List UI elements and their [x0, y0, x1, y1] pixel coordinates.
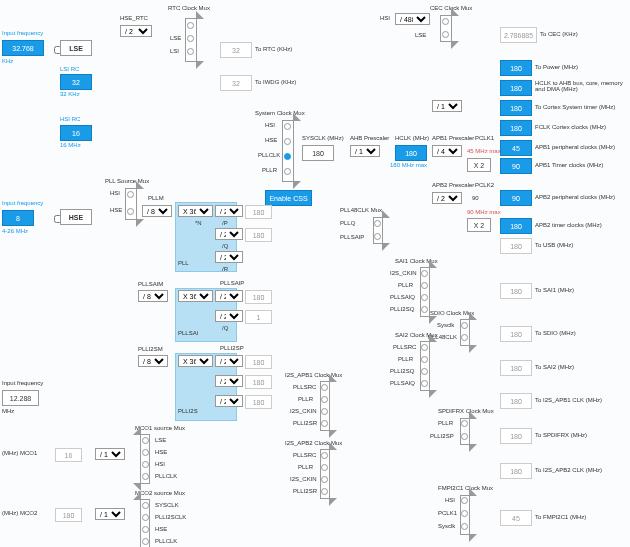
i2sapb2-d3[interactable]	[321, 488, 328, 495]
mco2-o1: PLLI2SCLK	[155, 514, 186, 520]
out-usb-lbl: To USB (MHz)	[535, 242, 573, 248]
spdif-d1[interactable]	[461, 433, 468, 440]
cec-out: 2.786885	[500, 27, 537, 43]
sysclk-hsi-dot[interactable]	[284, 123, 291, 130]
spdif-d0[interactable]	[461, 420, 468, 427]
out-fclk: 180	[500, 120, 532, 136]
sai2-o2: PLLI2SQ	[390, 368, 414, 374]
pll-src-hsi-dot[interactable]	[127, 191, 134, 198]
sdio-d0[interactable]	[461, 322, 468, 329]
sai2-d0[interactable]	[421, 344, 428, 351]
plli2s-n[interactable]: X 360	[178, 355, 213, 367]
rtc-lse: LSE	[170, 35, 181, 41]
sai1-d1[interactable]	[421, 282, 428, 289]
lse-freq-input[interactable]: 32.768	[2, 40, 44, 56]
mco1-div[interactable]: / 1	[95, 448, 125, 460]
i2sapb1-d3[interactable]	[321, 420, 328, 427]
mco2-div[interactable]: / 1	[95, 508, 125, 520]
fmpi2c1-d1[interactable]	[461, 510, 468, 517]
out-sdio: 180	[500, 326, 532, 342]
mco2-d3[interactable]	[142, 538, 149, 545]
hclk-value[interactable]: 180	[395, 145, 427, 161]
pll-src-hsi: HSI	[110, 190, 120, 196]
i2sapb2-o0: PLLSRC	[293, 452, 316, 458]
sai2-d2[interactable]	[421, 368, 428, 375]
apb1-lbl: APB1 Prescaler	[432, 135, 474, 141]
i2sapb2-d2[interactable]	[321, 476, 328, 483]
i2sapb2-o1: PLLR	[298, 464, 313, 470]
i2sapb2-d0[interactable]	[321, 452, 328, 459]
pll-p-sel[interactable]: / 2	[215, 205, 243, 217]
pllm-sel[interactable]: / 8	[142, 205, 172, 217]
sai1-d0[interactable]	[421, 270, 428, 277]
fmpi2c1-o1: PCLK1	[438, 510, 457, 516]
enable-css-btn[interactable]: Enable CSS	[265, 190, 312, 206]
sai2-d1[interactable]	[421, 356, 428, 363]
pll48-pllq-dot[interactable]	[374, 220, 381, 227]
plli2sm-sel[interactable]: / 8	[138, 355, 168, 367]
plli2s-p-sel[interactable]: / 2	[215, 355, 243, 367]
i2sapb1-d2[interactable]	[321, 408, 328, 415]
i2sapb1-d1[interactable]	[321, 396, 328, 403]
rtc-lse-dot[interactable]	[187, 35, 194, 42]
pll-p-out: 180	[245, 205, 272, 219]
mco2-o0: SYSCLK	[155, 502, 179, 508]
pll48-pllsaip-dot[interactable]	[374, 233, 381, 240]
plli2s-r-sel[interactable]: / 2	[215, 395, 243, 407]
mco1-d1[interactable]	[142, 449, 149, 456]
apb1-div[interactable]: / 4	[432, 145, 462, 157]
cec-div[interactable]: / 488	[395, 13, 430, 25]
cec-lbl: To CEC (KHz)	[540, 31, 578, 37]
mco2-d0[interactable]	[142, 502, 149, 509]
out-ahb-lbl: HCLK to AHB bus, core, memory and DMA (M…	[535, 80, 630, 92]
sysclk-hse-dot[interactable]	[284, 138, 291, 145]
out-sai1: 180	[500, 283, 532, 299]
sai1-d3[interactable]	[421, 306, 428, 313]
rtc-div-sel[interactable]: / 2	[120, 25, 152, 37]
plli2s-p-out: 180	[245, 355, 272, 369]
pll-lbl: PLL	[178, 260, 189, 266]
pllsai-q-sel[interactable]: / 2	[215, 310, 243, 322]
i2sapb2-d1[interactable]	[321, 464, 328, 471]
mco1-d2[interactable]	[142, 461, 149, 468]
plli2s-lbl: PLLI2S	[178, 408, 198, 414]
rtc-hse-dot[interactable]	[187, 22, 194, 29]
input-freq3-unit: MHz	[2, 408, 14, 414]
plli2s-q-out: 180	[245, 375, 272, 389]
out-apb1t-lbl: APB1 Timer clocks (MHz)	[535, 162, 603, 168]
sai1-o0: I2S_CKIN	[390, 270, 417, 276]
i2sapb1-d0[interactable]	[321, 384, 328, 391]
rtc-lsi-dot[interactable]	[187, 48, 194, 55]
mco1-d0[interactable]	[142, 437, 149, 444]
spdif-title: SPDIFRX Clock Mux	[438, 408, 494, 414]
mco2-d1[interactable]	[142, 514, 149, 521]
pllsai-p-sel[interactable]: / 2	[215, 290, 243, 302]
pll-q-sel[interactable]: / 2	[215, 228, 243, 240]
mco2-d2[interactable]	[142, 526, 149, 533]
sysclk-pllclk-dot[interactable]	[284, 153, 291, 160]
hse-freq-input[interactable]: 8	[2, 210, 34, 226]
rtc-out: 32	[220, 42, 252, 58]
pllsai-n[interactable]: X 360	[178, 290, 213, 302]
cec-lse-dot[interactable]	[442, 31, 449, 38]
i2sapb1-o1: PLLR	[298, 396, 313, 402]
sdio-d1[interactable]	[461, 334, 468, 341]
ahb-div[interactable]: / 1	[350, 145, 380, 157]
apb2-div[interactable]: / 2	[432, 192, 462, 204]
sysclk-value[interactable]: 180	[302, 145, 334, 161]
input-freq3[interactable]: 12.288	[2, 390, 39, 406]
mco1-d3[interactable]	[142, 473, 149, 480]
sai2-d3[interactable]	[421, 380, 428, 387]
cec-hsi-dot[interactable]	[442, 18, 449, 25]
mco1-lbl: (MHz) MCO1	[2, 450, 37, 456]
sai1-d2[interactable]	[421, 294, 428, 301]
fmpi2c1-d0[interactable]	[461, 497, 468, 504]
pll-r-sel[interactable]: / 2	[215, 251, 243, 263]
pll-src-hse-dot[interactable]	[127, 208, 134, 215]
fmpi2c1-d2[interactable]	[461, 523, 468, 530]
sysclk-pllr-dot[interactable]	[284, 168, 291, 175]
pll-n-sel[interactable]: X 360	[178, 205, 213, 217]
plli2s-q-sel[interactable]: / 2	[215, 375, 243, 387]
cortex-div[interactable]: / 1	[432, 100, 462, 112]
pllsaim-sel[interactable]: / 8	[138, 290, 168, 302]
